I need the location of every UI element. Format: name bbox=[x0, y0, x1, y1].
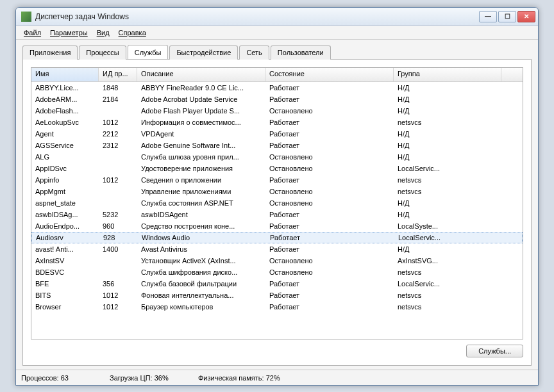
cell-pid: 2312 bbox=[99, 142, 137, 149]
column-pid[interactable]: ИД пр... bbox=[99, 68, 137, 81]
cell-pid: 5232 bbox=[99, 211, 137, 218]
cell-pid: 1012 bbox=[99, 118, 137, 126]
cell-group: netsvcs bbox=[394, 176, 501, 184]
cell-status: Остановлено bbox=[265, 153, 394, 161]
minimize-button[interactable] bbox=[479, 11, 497, 22]
status-memory: Физическая память: 72% bbox=[198, 374, 280, 382]
table-row[interactable]: AeLookupSvc1012Информация о совместимос.… bbox=[31, 117, 523, 128]
cell-desc: aswbIDSAgent bbox=[137, 211, 265, 218]
cell-status: Остановлено bbox=[265, 199, 394, 207]
cell-name: AxInstSV bbox=[31, 257, 99, 265]
menu-options[interactable]: Параметры bbox=[46, 28, 92, 38]
cell-group: netsvcs bbox=[394, 118, 501, 126]
cell-status: Работает bbox=[265, 142, 394, 149]
cell-status: Работает bbox=[265, 95, 394, 103]
menu-view[interactable]: Вид bbox=[93, 28, 113, 38]
status-cpu: Загрузка ЦП: 36% bbox=[110, 374, 180, 382]
cell-group: netsvcs bbox=[394, 303, 501, 311]
cell-name: avast! Anti... bbox=[31, 245, 99, 253]
menu-file[interactable]: Файл bbox=[20, 28, 45, 38]
cell-name: BDESVC bbox=[31, 268, 99, 276]
cell-status: Остановлено bbox=[265, 257, 394, 265]
table-row[interactable]: Appinfo1012Сведения о приложенииРаботает… bbox=[31, 174, 523, 186]
cell-desc: Сведения о приложении bbox=[137, 176, 265, 184]
cell-group: Н/Д bbox=[394, 211, 501, 218]
cell-group: Н/Д bbox=[394, 95, 501, 103]
table-row[interactable]: AdobeARM...2184Adobe Acrobat Update Serv… bbox=[31, 94, 523, 105]
table-row[interactable]: AudioEndpo...960Средство построения коне… bbox=[31, 220, 523, 232]
table-row[interactable]: aswbIDSAg...5232aswbIDSAgentРаботаетН/Д bbox=[31, 209, 523, 220]
menubar: Файл Параметры Вид Справка bbox=[16, 26, 538, 40]
tab-users[interactable]: Пользователи bbox=[271, 45, 331, 60]
cell-name: ALG bbox=[31, 153, 99, 161]
tab-applications[interactable]: Приложения bbox=[22, 45, 78, 60]
cell-status: Работает bbox=[265, 280, 394, 288]
table-row[interactable]: Agent2212VPDAgentРаботаетН/Д bbox=[31, 128, 523, 140]
cell-name: AppMgmt bbox=[31, 188, 99, 195]
cell-status: Работает bbox=[265, 176, 394, 184]
cell-pid: 356 bbox=[99, 280, 137, 288]
cell-group: netsvcs bbox=[394, 188, 501, 195]
column-description[interactable]: Описание bbox=[137, 68, 265, 81]
tab-performance[interactable]: Быстродействие bbox=[169, 45, 238, 60]
cell-desc: Информация о совместимос... bbox=[137, 118, 265, 126]
tab-network[interactable]: Сеть bbox=[239, 45, 269, 60]
cell-pid: 928 bbox=[99, 234, 138, 241]
table-row[interactable]: AGSService2312Adobe Genuine Software Int… bbox=[31, 140, 523, 151]
table-row[interactable]: ABBYY.Lice...1848ABBYY FineReader 9.0 CE… bbox=[31, 82, 523, 94]
cell-desc: Служба состояния ASP.NET bbox=[137, 199, 265, 207]
table-row[interactable]: ALGСлужба шлюза уровня прил...Остановлен… bbox=[31, 151, 523, 163]
cell-name: aswbIDSAg... bbox=[31, 211, 99, 218]
table-row[interactable]: AppMgmtУправление приложениямиОстановлен… bbox=[31, 186, 523, 197]
tab-services[interactable]: Службы bbox=[128, 45, 169, 59]
table-row[interactable]: BDESVCСлужба шифрования диско...Остановл… bbox=[31, 266, 523, 278]
cell-desc: Служба шифрования диско... bbox=[137, 268, 265, 276]
table-row[interactable]: AdobeFlash...Adobe Flash Player Update S… bbox=[31, 105, 523, 117]
cell-pid: 1400 bbox=[99, 245, 137, 253]
cell-group: Н/Д bbox=[394, 107, 501, 115]
cell-status: Работает bbox=[265, 84, 394, 92]
table-row[interactable]: AppIDSvcУдостоверение приложенияОстановл… bbox=[31, 163, 523, 174]
cell-desc: Фоновая интеллектуальна... bbox=[137, 291, 265, 299]
menu-help[interactable]: Справка bbox=[115, 28, 150, 38]
cell-pid: 960 bbox=[99, 222, 137, 230]
table-row[interactable]: aspnet_stateСлужба состояния ASP.NETОста… bbox=[31, 197, 523, 209]
table-row[interactable]: BITS1012Фоновая интеллектуальна...Работа… bbox=[31, 290, 523, 301]
cell-group: Н/Д bbox=[394, 199, 501, 207]
listview-body[interactable]: ABBYY.Lice...1848ABBYY FineReader 9.0 CE… bbox=[31, 82, 523, 339]
cell-name: AppIDSvc bbox=[31, 165, 99, 172]
column-status[interactable]: Состояние bbox=[265, 68, 394, 81]
table-row[interactable]: AxInstSVУстановщик ActiveX (AxInst...Ост… bbox=[31, 255, 523, 266]
status-processes: Процессов: 63 bbox=[21, 374, 92, 382]
cell-desc: Удостоверение приложения bbox=[137, 165, 265, 172]
column-group[interactable]: Группа bbox=[394, 68, 501, 81]
cell-status: Работает bbox=[265, 245, 394, 253]
table-row[interactable]: avast! Anti...1400Avast AntivirusРаботае… bbox=[31, 243, 523, 255]
titlebar[interactable]: Диспетчер задач Windows bbox=[16, 8, 538, 26]
cell-desc: Служба шлюза уровня прил... bbox=[137, 153, 265, 161]
column-name[interactable]: Имя bbox=[31, 68, 99, 81]
cell-name: Audiosrv bbox=[32, 234, 99, 241]
table-row[interactable]: BFE356Служба базовой фильтрацииРаботаетL… bbox=[31, 278, 523, 290]
cell-name: AdobeARM... bbox=[31, 95, 99, 103]
cell-name: AudioEndpo... bbox=[31, 222, 99, 230]
table-row[interactable]: Audiosrv928Windows AudioРаботаетLocalSer… bbox=[31, 232, 523, 243]
services-listview: Имя ИД пр... Описание Состояние Группа A… bbox=[31, 67, 523, 339]
maximize-button[interactable] bbox=[498, 11, 516, 22]
table-row[interactable]: Browser1012Браузер компьютеровРаботаетne… bbox=[31, 301, 523, 313]
task-manager-window: Диспетчер задач Windows Файл Параметры В… bbox=[15, 7, 539, 386]
services-button[interactable]: Службы... bbox=[466, 345, 523, 357]
cell-status: Остановлено bbox=[265, 188, 394, 195]
cell-group: Н/Д bbox=[394, 84, 501, 92]
cell-desc: Adobe Genuine Software Int... bbox=[137, 142, 265, 149]
cell-name: Browser bbox=[31, 303, 99, 311]
cell-group: Н/Д bbox=[394, 142, 501, 149]
cell-group: Н/Д bbox=[394, 153, 501, 161]
statusbar: Процессов: 63 Загрузка ЦП: 36% Физическа… bbox=[16, 370, 538, 385]
cell-name: AdobeFlash... bbox=[31, 107, 99, 115]
close-button[interactable] bbox=[517, 11, 535, 22]
listview-header: Имя ИД пр... Описание Состояние Группа bbox=[31, 68, 523, 82]
tab-strip: Приложения Процессы Службы Быстродействи… bbox=[22, 45, 532, 59]
tab-processes[interactable]: Процессы bbox=[79, 45, 126, 60]
cell-desc: Установщик ActiveX (AxInst... bbox=[137, 257, 265, 265]
